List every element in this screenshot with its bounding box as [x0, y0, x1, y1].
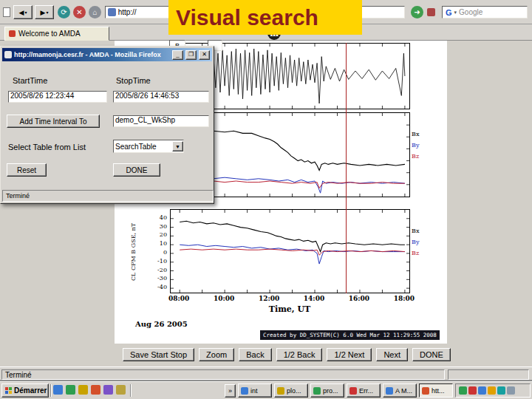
taskbar-window-pro[interactable]: pro...: [310, 383, 344, 398]
window-label: pro...: [323, 387, 338, 395]
slide-title-banner: Visual search: [168, 0, 362, 35]
series-bx: [180, 221, 405, 251]
dialog-status-text: Terminé: [6, 192, 30, 200]
back-icon: ◀: [19, 9, 24, 16]
y-tick-label: 0: [145, 249, 167, 256]
chevron-icon: »: [228, 387, 232, 395]
start-time-input[interactable]: [10, 92, 105, 100]
viewer-button-zoom[interactable]: Zoom: [199, 348, 234, 361]
tab-label: Welcome to AMDA: [18, 30, 81, 38]
dialog-title-bar[interactable]: http://mamonja.cesr.fr - AMDA - Mozilla …: [2, 48, 212, 61]
desktop-icon[interactable]: [78, 385, 88, 395]
status-text: Terminé: [1, 369, 445, 380]
reset-button[interactable]: Reset: [7, 163, 47, 177]
back-dropdown-icon: ▾: [24, 10, 27, 15]
start-button-label: Démarrer: [14, 386, 47, 395]
home-button[interactable]: ⌂: [89, 6, 101, 18]
viewer-button-next[interactable]: Next: [376, 348, 408, 361]
window-label: htt...: [432, 387, 445, 395]
search-box[interactable]: G ▾ Google: [442, 6, 528, 18]
y-tick-label: 30: [145, 223, 167, 230]
firefox-icon[interactable]: [91, 385, 100, 395]
tab-welcome-to-amda[interactable]: Welcome to AMDA: [4, 27, 109, 41]
start-time-label: StartTime: [13, 76, 47, 85]
window-label: Err...: [359, 387, 373, 395]
viewer-button-1-2-back[interactable]: 1/2 Back: [276, 348, 323, 361]
taskbar-window-a-m[interactable]: A M...: [383, 383, 417, 398]
search-placeholder: Google: [459, 8, 482, 16]
document-icon: [3, 7, 10, 17]
dialog-minimize-button[interactable]: _: [172, 50, 183, 60]
viewer-button-back[interactable]: Back: [239, 348, 271, 361]
start-time-field[interactable]: [8, 91, 107, 103]
interval-name-input[interactable]: [115, 116, 207, 124]
y-tick-label: -10: [145, 258, 167, 265]
slide-title: Visual search: [176, 5, 318, 30]
y-tick-label: 10: [145, 240, 167, 247]
y-tick-label: 40: [145, 214, 167, 221]
network-icon[interactable]: [459, 386, 467, 395]
quick-launch-overflow-button[interactable]: »: [225, 384, 236, 398]
dialog-close-button[interactable]: ✕: [199, 50, 210, 60]
start-button[interactable]: Démarrer: [1, 383, 49, 398]
y-tick-label: -20: [145, 267, 167, 273]
taskbar-window-htt[interactable]: htt...: [419, 383, 453, 398]
legend-label: Bz: [412, 248, 419, 259]
stop-button[interactable]: ✕: [73, 6, 86, 18]
antivirus-icon[interactable]: [468, 386, 477, 395]
amda-favicon-icon: [9, 30, 16, 37]
table-select[interactable]: SearchTable ▼: [113, 140, 184, 153]
google-logo-icon: G: [446, 8, 452, 17]
stop-time-input[interactable]: [115, 92, 207, 100]
ie-icon[interactable]: [53, 385, 63, 395]
x-tick-label: 16:00: [346, 295, 372, 302]
plot-viewer-buttons: Save Start StopZoomBack1/2 Back1/2 NextN…: [123, 348, 451, 361]
time-cursor-line: [346, 43, 347, 293]
select-arrow-icon[interactable]: ▼: [172, 141, 183, 151]
throbber-icon: [427, 8, 435, 16]
x-tick-label: 18:00: [391, 295, 417, 302]
series-bz: [180, 249, 405, 255]
reload-button[interactable]: ⟳: [58, 6, 70, 18]
dialog-done-button[interactable]: DONE: [113, 163, 160, 177]
legend-label: Bx: [412, 225, 419, 236]
stop-icon: ✕: [76, 8, 82, 16]
stop-time-field[interactable]: [113, 91, 209, 103]
messenger-icon[interactable]: [497, 386, 505, 395]
windows-taskbar: Démarrer » intplo...pro...Err...A M...ht…: [0, 381, 532, 399]
x-tick-label: 12:00: [256, 295, 282, 302]
window-icon: [313, 387, 321, 395]
page-favicon-icon: [108, 8, 116, 16]
viewer-button-1-2-next[interactable]: 1/2 Next: [327, 348, 372, 361]
media-player-icon[interactable]: [103, 385, 113, 395]
taskbar-window-err[interactable]: Err...: [347, 383, 381, 398]
chart-panel-bottom[interactable]: [170, 209, 410, 293]
add-time-interval-button[interactable]: Add Time Interval To: [7, 115, 100, 128]
taskbar-window-int[interactable]: int: [238, 383, 272, 398]
mail-icon[interactable]: [66, 385, 75, 395]
back-button[interactable]: ◀▾: [13, 5, 33, 19]
volume-icon[interactable]: [478, 386, 486, 395]
viewer-button-done[interactable]: DONE: [412, 348, 451, 361]
viewer-button-save-start-stop[interactable]: Save Start Stop: [123, 348, 194, 361]
explorer-icon[interactable]: [116, 385, 126, 395]
legend-mid: BxByBz: [412, 129, 419, 162]
series-high-res-signal: [214, 49, 405, 103]
taskbar-window-plo[interactable]: plo...: [274, 383, 308, 398]
select-table-label: Select Table from List: [8, 143, 86, 151]
dialog-maximize-button[interactable]: ❐: [185, 50, 197, 60]
legend-bot: BxByBz: [412, 225, 419, 259]
taskbar-separator: [50, 384, 52, 397]
legend-label: Bz: [412, 151, 419, 162]
y-axis-title: CL CFM B GSE, nT: [130, 209, 137, 295]
search-dropdown-icon: ▾: [454, 10, 457, 16]
clock-icon[interactable]: [507, 386, 515, 395]
forward-dropdown-icon: ▾: [46, 10, 48, 15]
update-icon[interactable]: [488, 386, 496, 395]
forward-button[interactable]: ▶▾: [35, 5, 54, 19]
interval-name-field[interactable]: [113, 115, 209, 127]
go-button[interactable]: ➜: [411, 6, 423, 18]
amda-time-dialog[interactable]: http://mamonja.cesr.fr - AMDA - Mozilla …: [0, 46, 214, 204]
window-label: plo...: [287, 387, 301, 395]
window-label: int: [250, 387, 258, 395]
